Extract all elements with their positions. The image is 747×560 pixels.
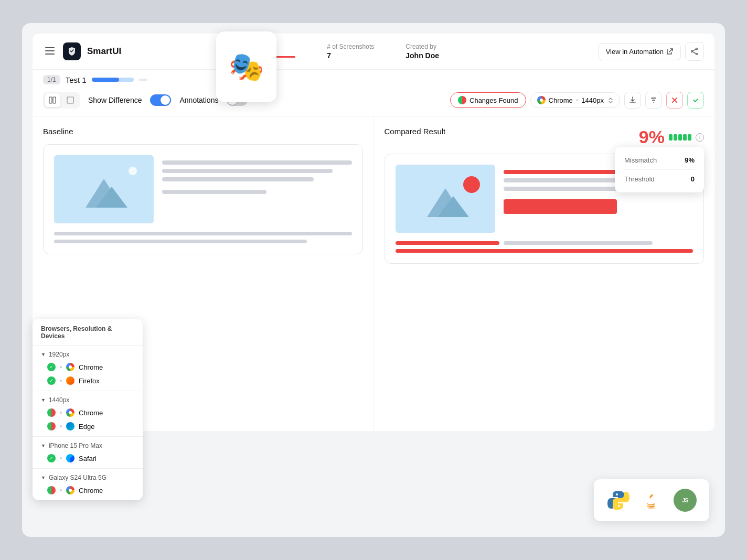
svg-rect-9 — [651, 98, 656, 99]
resolution-1440-header[interactable]: ▼ 1440px — [33, 394, 143, 406]
chrome-icon-galaxy — [66, 486, 74, 494]
mismatch-percent: 9% — [639, 127, 665, 147]
svg-rect-6 — [49, 97, 52, 103]
java-icon — [640, 489, 663, 512]
info-icon[interactable]: i — [696, 133, 704, 142]
firefox-1920-item[interactable]: ✓ Firefox — [33, 374, 143, 387]
chrome-1440-item[interactable]: Chrome — [33, 406, 143, 419]
svg-point-3 — [696, 48, 698, 50]
edge-1440-item[interactable]: Edge — [33, 419, 143, 433]
theater-mask-icon: 🎭 — [229, 50, 264, 83]
result-image — [396, 165, 495, 233]
logo-card: 🎭 — [216, 31, 276, 102]
threshold-label: Threshold — [624, 175, 655, 183]
svg-rect-1 — [45, 50, 55, 51]
single-view-button[interactable] — [62, 93, 78, 107]
chrome-1920-item[interactable]: ✓ Chrome — [33, 360, 143, 374]
result-title: Compared Result — [385, 127, 446, 136]
dot-separator: • — [576, 96, 579, 104]
svg-rect-0 — [45, 47, 55, 48]
progress-bar — [92, 78, 134, 82]
app-logo — [63, 42, 81, 60]
mismatch-value: 9% — [685, 156, 695, 164]
mismatch-label: Missmatch — [624, 156, 657, 164]
chrome-icon — [537, 96, 546, 104]
screenshots-meta: # of Screenshots 7 — [327, 43, 374, 60]
baseline-image — [54, 155, 154, 223]
threshold-value: 0 — [691, 175, 695, 183]
safari-icon — [66, 454, 74, 462]
safari-iphone-item[interactable]: ✓ Safari — [33, 451, 143, 465]
firefox-icon-1920 — [66, 376, 74, 385]
filter-button[interactable] — [645, 92, 662, 109]
edge-icon-1440 — [66, 422, 74, 430]
browser-badge-button[interactable]: Chrome • 1440px — [530, 92, 620, 108]
sidebar-panel: Browsers, Resolution & Devices ▼ 1920px … — [33, 319, 143, 500]
view-automation-button[interactable]: View in Automation — [598, 43, 681, 60]
test-name: Test 1 — [66, 76, 87, 84]
show-difference-toggle[interactable] — [150, 94, 171, 106]
svg-rect-8 — [67, 97, 73, 103]
chrome-icon-1440 — [66, 408, 74, 417]
tech-card: JS — [594, 479, 709, 521]
svg-point-4 — [696, 53, 698, 55]
baseline-screenshot — [43, 144, 363, 254]
svg-point-20 — [648, 508, 655, 509]
group-1440: ▼ 1440px Chrome Edge — [33, 391, 143, 436]
svg-point-19 — [463, 176, 480, 193]
small-badge — [139, 79, 147, 81]
group-1920: ▼ 1920px ✓ Chrome ✓ Firefox — [33, 346, 143, 391]
share-button[interactable] — [685, 42, 704, 61]
created-by-meta: Created by John Doe — [405, 43, 439, 60]
baseline-text-content — [162, 155, 352, 194]
resolution-1920-header[interactable]: ▼ 1920px — [33, 349, 143, 360]
nodejs-icon: JS — [674, 489, 697, 512]
approve-button[interactable] — [687, 92, 704, 109]
result-pane: Compared Result 9% i — [374, 116, 715, 431]
group-iphone: ▼ iPhone 15 Pro Max ✓ Safari — [33, 437, 143, 468]
svg-rect-10 — [652, 100, 655, 101]
reject-button[interactable] — [666, 92, 683, 109]
changes-found-button[interactable]: Changes Found — [450, 92, 526, 108]
toolbar: Show Difference Annotations Changes Foun… — [33, 84, 714, 116]
show-difference-label: Show Difference — [88, 96, 142, 104]
download-button[interactable] — [624, 92, 641, 109]
group-galaxy: ▼ Galaxy S24 Ultra 5G Chrome — [33, 469, 143, 500]
chrome-icon-1920 — [66, 363, 74, 371]
svg-point-15 — [129, 167, 137, 175]
svg-rect-2 — [45, 53, 55, 55]
app-name: SmartUI — [87, 46, 121, 57]
svg-rect-7 — [53, 97, 56, 103]
iphone-header[interactable]: ▼ iPhone 15 Pro Max — [33, 440, 143, 451]
annotations-label: Annotations — [179, 96, 218, 104]
svg-point-5 — [691, 51, 693, 52]
split-view-button[interactable] — [45, 93, 60, 107]
svg-rect-11 — [653, 102, 654, 103]
galaxy-header[interactable]: ▼ Galaxy S24 Ultra 5G — [33, 472, 143, 483]
test-badge: 1/1 — [43, 75, 60, 84]
menu-button[interactable] — [43, 45, 57, 58]
python-icon — [606, 489, 629, 512]
chrome-galaxy-item[interactable]: Chrome — [33, 483, 143, 497]
baseline-title: Baseline — [43, 127, 363, 136]
sidebar-panel-title: Browsers, Resolution & Devices — [33, 319, 143, 346]
tooltip-card: Missmatch 9% Threshold 0 — [615, 147, 704, 192]
